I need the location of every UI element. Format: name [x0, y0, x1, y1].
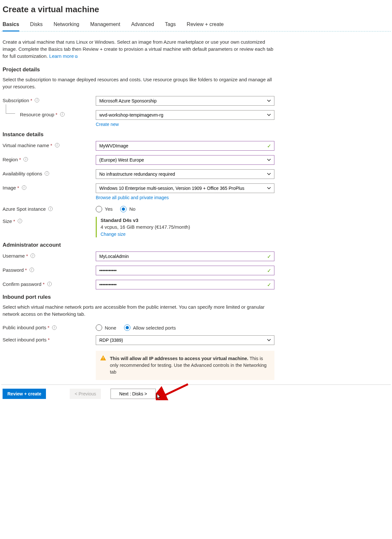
info-icon[interactable]	[35, 98, 39, 102]
instance-details-heading: Instance details	[3, 131, 280, 138]
review-create-button[interactable]: Review + create	[3, 389, 46, 399]
warning-bold: This will allow all IP addresses to acce…	[110, 356, 248, 361]
size-detail: 4 vcpus, 16 GiB memory (€147.75/month)	[101, 224, 274, 230]
info-icon[interactable]	[47, 282, 52, 286]
info-icon[interactable]	[30, 268, 34, 272]
svg-line-0	[162, 384, 188, 396]
confirm-password-label: Confirm password*	[3, 280, 96, 287]
subscription-select[interactable]: Microsoft Azure Sponsorship	[96, 96, 274, 106]
intro-text: Create a virtual machine that runs Linux…	[3, 39, 276, 59]
inbound-rules-heading: Inbound port rules	[3, 294, 280, 300]
availability-label: Availability options	[3, 169, 96, 176]
tab-networking[interactable]: Networking	[54, 18, 79, 31]
spot-no-label: No	[129, 206, 135, 212]
vm-name-input[interactable]	[96, 141, 274, 151]
info-icon[interactable]	[52, 325, 57, 330]
tab-disks[interactable]: Disks	[30, 18, 43, 31]
project-details-heading: Project details	[3, 66, 280, 73]
resource-group-label: Resource group*	[3, 110, 96, 117]
select-ports-label: Select inbound ports*	[3, 335, 96, 342]
info-icon[interactable]	[45, 171, 49, 176]
size-label: Size*	[3, 217, 96, 224]
image-select[interactable]: Windows 10 Enterprise multi-session, Ver…	[96, 183, 274, 193]
cursor-icon	[156, 393, 162, 401]
select-ports-dropdown[interactable]: RDP (3389)	[96, 335, 274, 345]
availability-select[interactable]: No infrastructure redundancy required	[96, 169, 274, 179]
subscription-label: Subscription*	[3, 96, 96, 103]
tab-review[interactable]: Review + create	[187, 18, 224, 31]
ports-none-label: None	[105, 325, 116, 331]
tab-basics[interactable]: Basics	[3, 18, 19, 31]
info-icon[interactable]	[48, 207, 53, 211]
username-input[interactable]	[96, 252, 274, 261]
info-icon[interactable]	[55, 143, 59, 147]
wizard-tabs: Basics Disks Networking Management Advan…	[1, 18, 391, 31]
size-name: Standard D4s v3	[101, 217, 274, 223]
page-title: Create a virtual machine	[1, 0, 391, 18]
inbound-rules-desc: Select which virtual machine network por…	[3, 304, 276, 318]
admin-account-heading: Administrator account	[3, 242, 280, 248]
annotation-arrow	[156, 381, 191, 400]
tab-tags[interactable]: Tags	[165, 18, 176, 31]
spot-yes-label: Yes	[105, 206, 112, 212]
project-details-desc: Select the subscription to manage deploy…	[3, 76, 276, 90]
ports-allow-radio[interactable]: Allow selected ports	[124, 324, 176, 331]
resource-group-select[interactable]: wvd-workshop-tempimagevm-rg	[96, 110, 274, 120]
change-size-link[interactable]: Change size	[101, 232, 126, 237]
size-summary: Standard D4s v3 4 vcpus, 16 GiB memory (…	[96, 217, 274, 237]
info-icon[interactable]	[22, 185, 26, 190]
ports-allow-label: Allow selected ports	[133, 325, 176, 331]
info-icon[interactable]	[60, 112, 65, 117]
region-select[interactable]: (Europe) West Europe	[96, 155, 274, 165]
public-ports-label: Public inbound ports*	[3, 323, 96, 330]
learn-more-link[interactable]: Learn more	[49, 53, 78, 59]
region-label: Region*	[3, 155, 96, 162]
previous-button: < Previous	[70, 389, 101, 399]
info-icon[interactable]	[18, 219, 22, 223]
inbound-warning: This will allow all IP addresses to acce…	[96, 351, 274, 380]
browse-images-link[interactable]: Browse all public and private images	[96, 195, 169, 200]
vm-name-label: Virtual machine name*	[3, 141, 96, 148]
confirm-password-input[interactable]	[96, 280, 274, 289]
tab-advanced[interactable]: Advanced	[131, 18, 154, 31]
spot-yes-radio[interactable]: Yes	[96, 206, 112, 212]
image-label: Image*	[3, 183, 96, 190]
intro-body: Create a virtual machine that runs Linux…	[3, 39, 273, 59]
username-label: Username*	[3, 252, 96, 259]
password-input[interactable]	[96, 266, 274, 275]
tab-management[interactable]: Management	[90, 18, 120, 31]
spot-instance-label: Azure Spot instance	[3, 205, 96, 212]
next-button[interactable]: Next : Disks >	[111, 389, 156, 399]
spot-no-radio[interactable]: No	[120, 206, 135, 212]
create-new-rg-link[interactable]: Create new	[96, 122, 119, 127]
warning-icon	[100, 355, 106, 360]
info-icon[interactable]	[23, 157, 28, 162]
password-label: Password*	[3, 266, 96, 273]
wizard-footer: Review + create < Previous Next : Disks …	[1, 384, 391, 403]
ports-none-radio[interactable]: None	[96, 324, 116, 331]
info-icon[interactable]	[31, 253, 35, 258]
